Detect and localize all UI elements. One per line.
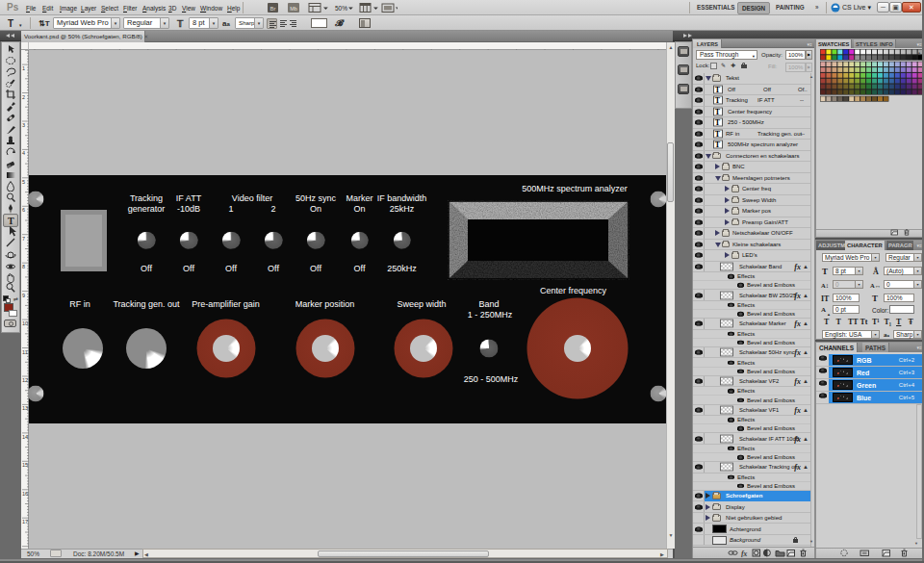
svg-text:Mb: Mb bbox=[290, 6, 297, 12]
svg-text:Br: Br bbox=[270, 6, 276, 12]
svg-text:4: 4 bbox=[22, 150, 25, 156]
svg-text:1: 1 bbox=[22, 65, 25, 71]
svg-text:14: 14 bbox=[22, 434, 28, 440]
svg-text:13: 13 bbox=[22, 405, 28, 411]
svg-text:2: 2 bbox=[22, 94, 25, 100]
svg-text:fx: fx bbox=[741, 550, 747, 558]
svg-text:50%: 50% bbox=[335, 5, 347, 12]
svg-text:3: 3 bbox=[22, 122, 25, 128]
svg-text:12: 12 bbox=[22, 377, 28, 383]
svg-text:7: 7 bbox=[22, 236, 25, 242]
svg-text:9: 9 bbox=[22, 293, 25, 298]
svg-text:17: 17 bbox=[22, 519, 28, 525]
svg-text:6: 6 bbox=[22, 207, 25, 213]
svg-text:16: 16 bbox=[22, 491, 28, 497]
svg-text:8: 8 bbox=[22, 264, 25, 269]
svg-text:10: 10 bbox=[22, 320, 28, 326]
svg-text:15: 15 bbox=[22, 462, 28, 468]
svg-text:5: 5 bbox=[22, 179, 25, 185]
svg-text:11: 11 bbox=[22, 349, 28, 355]
